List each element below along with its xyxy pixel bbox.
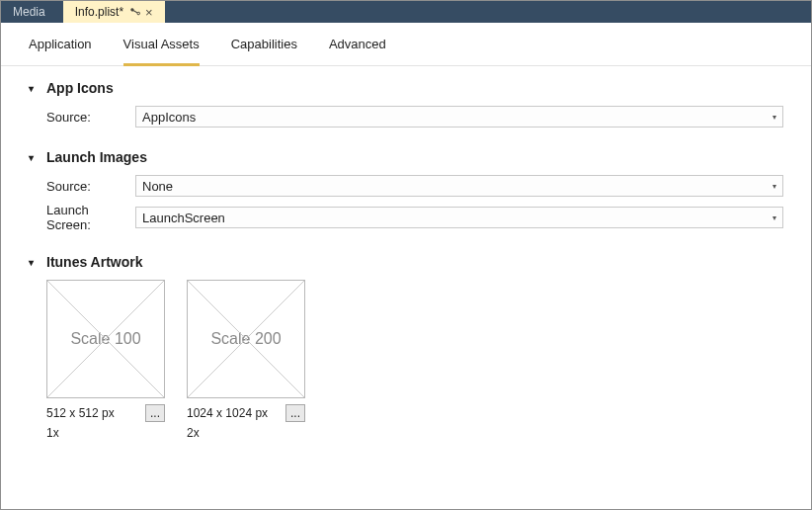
- tab-visual-assets[interactable]: Visual Assets: [123, 37, 200, 66]
- app-icons-source-dropdown[interactable]: AppIcons ▾: [135, 106, 783, 128]
- chevron-down-icon: ▾: [772, 113, 776, 122]
- launch-screen-label: Launch Screen:: [46, 203, 135, 232]
- doc-tab-label: Info.plist*: [75, 5, 123, 19]
- dropdown-value: LaunchScreen: [142, 211, 225, 225]
- artwork-dropzone[interactable]: Scale 100: [46, 280, 165, 398]
- sub-navigation: Application Visual Assets Capabilities A…: [1, 23, 811, 66]
- close-icon[interactable]: ×: [145, 5, 153, 20]
- chevron-down-icon: ▾: [29, 152, 41, 163]
- artwork-dropzone[interactable]: Scale 200: [187, 280, 305, 398]
- artwork-more-button[interactable]: ...: [145, 404, 165, 422]
- document-tabstrip: Media Info.plist* ⊷ ×: [1, 1, 811, 23]
- pin-icon[interactable]: ⊷: [126, 3, 143, 21]
- launch-source-dropdown[interactable]: None ▾: [135, 175, 783, 197]
- artwork-slot-2x: Scale 200 1024 x 1024 px ... 2x: [187, 280, 305, 440]
- launch-screen-dropdown[interactable]: LaunchScreen ▾: [135, 207, 783, 228]
- section-app-icons: ▾ App Icons Source: AppIcons ▾: [29, 80, 783, 128]
- section-launch-images-header[interactable]: ▾ Launch Images: [29, 149, 783, 165]
- editor-content: Application Visual Assets Capabilities A…: [1, 23, 811, 509]
- artwork-placeholder: Scale 200: [210, 330, 281, 348]
- tab-advanced[interactable]: Advanced: [329, 37, 386, 57]
- tab-capabilities[interactable]: Capabilities: [231, 37, 297, 57]
- artwork-dimensions: 512 x 512 px: [46, 406, 115, 420]
- chevron-down-icon: ▾: [29, 83, 41, 94]
- dropdown-value: None: [142, 179, 173, 194]
- doc-tab-label: Media: [13, 5, 45, 19]
- section-app-icons-header[interactable]: ▾ App Icons: [29, 80, 783, 96]
- artwork-placeholder: Scale 100: [70, 330, 140, 348]
- section-launch-images: ▾ Launch Images Source: None ▾ Launch Sc…: [29, 149, 783, 232]
- artwork-dimensions: 1024 x 1024 px: [187, 406, 268, 420]
- chevron-down-icon: ▾: [29, 257, 41, 268]
- artwork-scale: 2x: [187, 426, 305, 440]
- editor-window: Media Info.plist* ⊷ × Application Visual…: [0, 0, 812, 510]
- chevron-down-icon: ▾: [772, 213, 776, 222]
- doc-tab-infoplist[interactable]: Info.plist* ⊷ ×: [63, 1, 165, 23]
- tab-application[interactable]: Application: [29, 37, 92, 57]
- section-title: Launch Images: [46, 149, 147, 165]
- section-title: Itunes Artwork: [46, 254, 143, 270]
- artwork-scale: 1x: [46, 426, 165, 440]
- artwork-more-button[interactable]: ...: [285, 404, 305, 422]
- section-itunes-artwork: ▾ Itunes Artwork Scale 100 512 x 512 px …: [29, 254, 783, 440]
- section-title: App Icons: [46, 80, 114, 96]
- dropdown-value: AppIcons: [142, 110, 196, 125]
- app-icons-source-label: Source:: [46, 110, 135, 125]
- chevron-down-icon: ▾: [772, 182, 776, 191]
- section-itunes-artwork-header[interactable]: ▾ Itunes Artwork: [29, 254, 783, 270]
- launch-source-label: Source:: [46, 179, 135, 194]
- doc-tab-media[interactable]: Media: [1, 1, 63, 23]
- artwork-slot-1x: Scale 100 512 x 512 px ... 1x: [46, 280, 165, 440]
